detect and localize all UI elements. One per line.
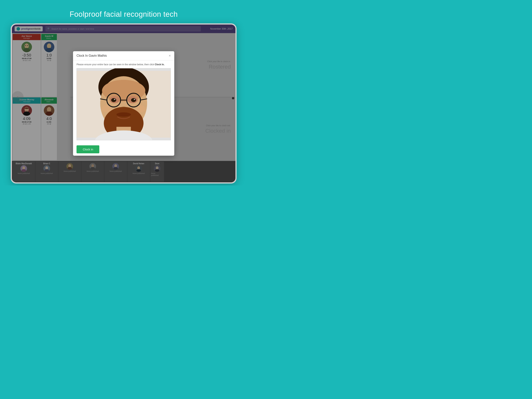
face-camera-svg [77, 68, 171, 140]
clock-in-button[interactable]: Clock in [76, 145, 99, 153]
modal-header: Clock In Gavin Mathis × [73, 51, 174, 60]
app-container: prestigeworldwide 🔍 Search for name, pos… [12, 25, 235, 182]
svg-point-49 [134, 99, 135, 100]
svg-point-48 [114, 99, 115, 100]
svg-point-47 [131, 98, 136, 102]
modal-instruction: Please ensure your entire face can be se… [76, 63, 171, 66]
modal-body: Please ensure your entire face can be se… [73, 60, 174, 143]
modal-footer: Clock in [73, 143, 174, 156]
svg-point-46 [111, 98, 116, 102]
modal-overlay: Clock In Gavin Mathis × Please ensure yo… [12, 25, 235, 182]
page-heading: Foolproof facial recognition tech [0, 10, 247, 19]
svg-point-38 [102, 80, 145, 102]
tablet-frame: prestigeworldwide 🔍 Search for name, pos… [11, 23, 237, 184]
clock-in-modal: Clock In Gavin Mathis × Please ensure yo… [73, 51, 174, 156]
modal-title: Clock In Gavin Mathis [76, 54, 107, 58]
svg-point-54 [136, 105, 145, 112]
camera-view [76, 68, 171, 140]
svg-point-53 [102, 105, 111, 112]
modal-close-button[interactable]: × [169, 54, 171, 58]
svg-point-52 [116, 112, 131, 117]
